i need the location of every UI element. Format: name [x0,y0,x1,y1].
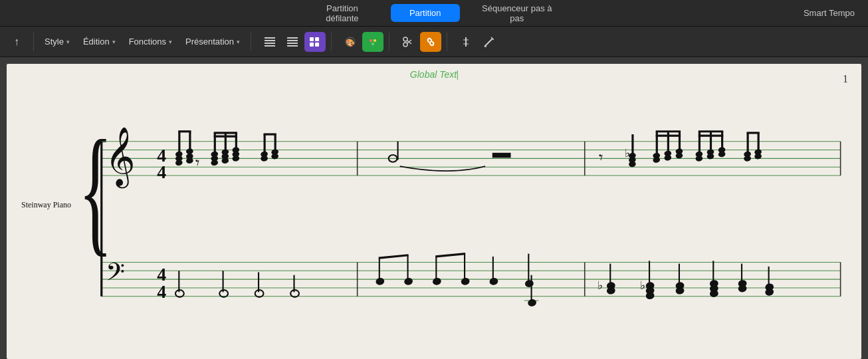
svg-rect-126 [258,272,259,292]
svg-rect-7 [287,45,298,47]
global-text-label: Global Text [410,69,458,80]
svg-line-26 [485,39,492,47]
page-number: 1 [843,73,848,85]
score-notation: { [73,94,855,359]
separator-5 [447,33,447,51]
svg-rect-137 [464,254,465,281]
link-button[interactable] [420,32,441,52]
svg-text:♭: ♭ [597,279,603,292]
svg-line-139 [435,254,465,257]
svg-text:𝄾: 𝄾 [195,160,199,166]
cursor-icons [455,32,499,52]
edition-label: Édition [83,37,110,47]
score-paper: 1 Steinway Piano { [7,64,861,359]
svg-rect-3 [265,45,275,47]
up-button[interactable]: ↑ [5,32,28,52]
edition-menu[interactable]: Édition ▾ [78,34,121,49]
main-content: Global Text 1 Steinway Piano { [0,57,868,359]
svg-rect-53 [178,132,180,153]
toolbar: ↑ Style ▾ Édition ▾ Fonctions ▾ Présenta… [0,27,868,57]
style-chevron: ▾ [66,39,70,45]
svg-rect-153 [679,264,680,285]
tab-sequenceur[interactable]: Séquenceur pas à pas [460,0,574,27]
svg-rect-132 [407,255,408,281]
cursor-button[interactable] [455,32,477,52]
svg-point-18 [403,37,407,41]
svg-point-131 [376,277,385,286]
separator-3 [331,33,332,51]
svg-rect-140 [492,257,494,281]
edition-chevron: ▾ [112,39,116,45]
svg-rect-130 [379,258,380,281]
svg-rect-89 [631,134,633,154]
fonctions-chevron: ▾ [169,39,172,45]
separator-2 [251,33,251,51]
scissors-button[interactable] [397,32,419,52]
svg-text:4: 4 [157,162,166,182]
svg-point-19 [403,43,407,47]
svg-text:4: 4 [157,281,166,302]
svg-point-138 [461,277,470,286]
svg-rect-77 [264,134,266,153]
tab-partition[interactable]: Partition [391,4,460,22]
svg-rect-8 [310,37,314,41]
top-tab-bar: Partition défilante Partition Séquenceur… [0,0,868,27]
svg-rect-86 [492,153,511,158]
instrument-label: Steinway Piano [21,200,71,210]
svg-rect-4 [287,37,298,39]
svg-rect-9 [315,37,319,41]
svg-rect-163 [768,267,770,287]
svg-rect-6 [287,43,298,44]
svg-rect-10 [310,43,314,47]
svg-rect-85 [397,142,399,160]
svg-text:♭: ♭ [640,279,645,292]
separator-4 [389,33,389,51]
svg-point-133 [403,277,413,286]
svg-text:𝄞: 𝄞 [105,127,136,189]
svg-text:🎨: 🎨 [346,38,355,47]
svg-point-17 [372,43,374,45]
svg-text:𝄢: 𝄢 [106,259,125,292]
bass-staff [102,262,841,296]
svg-rect-167 [530,275,532,302]
brush-dark-button[interactable]: 🎨 [340,32,361,52]
svg-rect-122 [178,271,179,292]
svg-rect-149 [649,261,650,285]
text-cursor [457,70,458,80]
list-view-2-button[interactable] [282,32,303,52]
svg-rect-11 [315,43,319,47]
presentation-menu[interactable]: Présentation ▾ [180,34,245,49]
svg-rect-1 [265,40,275,41]
view-icons [259,32,326,52]
svg-rect-0 [265,37,275,39]
edit-icons [397,32,441,52]
pen-button[interactable] [478,32,499,52]
grid-view-button[interactable] [304,32,326,52]
presentation-label: Présentation [185,37,234,47]
svg-rect-124 [223,271,224,292]
svg-point-143 [524,279,534,288]
svg-rect-135 [435,257,437,281]
smart-tempo-label: Smart Tempo [804,8,855,18]
svg-point-168 [527,299,536,307]
svg-rect-145 [609,264,611,285]
score-svg: { [73,94,855,359]
separator-1 [33,33,34,51]
color-button[interactable] [362,32,383,52]
svg-rect-5 [287,40,298,41]
svg-point-16 [374,39,376,42]
svg-point-141 [489,277,498,286]
fonctions-label: Fonctions [129,37,166,47]
presentation-chevron: ▾ [237,39,240,45]
svg-text:♭: ♭ [625,147,630,160]
svg-point-15 [370,39,372,42]
tab-partition-defilante[interactable]: Partition défilante [294,0,391,27]
svg-text:𝄾: 𝄾 [599,154,603,161]
fonctions-menu[interactable]: Fonctions ▾ [124,34,177,49]
svg-line-134 [379,255,409,258]
style-menu[interactable]: Style ▾ [39,34,75,49]
svg-line-22 [429,41,432,43]
svg-point-136 [432,277,441,286]
list-view-1-button[interactable] [259,32,280,52]
svg-rect-142 [528,254,529,281]
